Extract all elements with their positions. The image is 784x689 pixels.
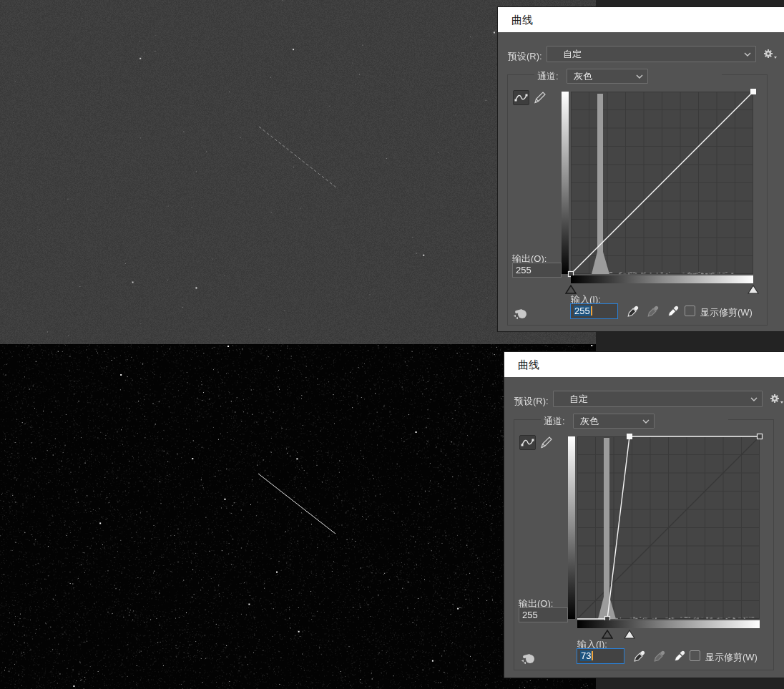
curve-icon [520, 436, 535, 449]
output-value: 255 [522, 610, 538, 620]
preset-label: 预设(R): [508, 50, 542, 63]
preset-dropdown[interactable]: 自定 [553, 391, 763, 407]
show-clipping-checkbox[interactable] [685, 306, 695, 316]
chevron-down-icon [744, 52, 751, 57]
eyedropper-icon [627, 305, 640, 319]
preset-value: 自定 [547, 47, 582, 62]
gray-point-eyedropper-button[interactable] [647, 305, 660, 319]
input-value: 73 [580, 650, 592, 661]
output-gradient-bar [562, 92, 569, 274]
gray-point-eyedropper-button[interactable] [653, 650, 667, 664]
input-gradient-bar [577, 620, 760, 628]
white-point-eyedropper-button[interactable] [667, 305, 680, 319]
edit-points-tool-button[interactable] [519, 435, 536, 450]
text-caret [591, 306, 592, 316]
dialog-title-bar[interactable]: 曲线 [498, 7, 784, 32]
channel-label: 通道: [544, 415, 565, 428]
channel-value: 灰色 [574, 414, 599, 428]
white-point-eyedropper-button[interactable] [673, 650, 687, 664]
curve-grid[interactable] [577, 436, 760, 619]
gear-icon [763, 48, 778, 61]
channel-row: 通道: 灰色 [541, 412, 728, 430]
curves-dialog-top: 曲线 预设(R): 自定 通道: 灰色 [498, 7, 784, 331]
black-point-eyedropper-button[interactable] [627, 305, 640, 319]
draw-curve-tool-button[interactable] [533, 90, 547, 105]
output-value: 255 [516, 265, 531, 275]
preset-options-button[interactable] [769, 393, 784, 406]
pencil-icon [533, 90, 547, 105]
show-clipping-checkbox[interactable] [690, 650, 700, 661]
hand-pointer-icon [520, 651, 537, 665]
targeted-adjustment-button[interactable] [520, 651, 537, 665]
input-value-box[interactable]: 255 [570, 303, 618, 319]
chevron-down-icon [642, 419, 650, 424]
channel-row: 通道: 灰色 [534, 67, 722, 85]
dialog-title-bar[interactable]: 曲线 [504, 352, 784, 377]
channel-dropdown[interactable]: 灰色 [573, 414, 655, 429]
white-input-slider[interactable] [748, 284, 759, 293]
gear-icon [769, 393, 784, 406]
input-value: 255 [574, 306, 591, 316]
curve-grid[interactable] [571, 92, 753, 274]
black-point-eyedropper-button[interactable] [633, 650, 647, 664]
white-slider-icon [624, 630, 635, 639]
targeted-adjustment-button[interactable] [512, 306, 529, 321]
chevron-down-icon [636, 74, 643, 79]
dialog-title: 曲线 [518, 358, 539, 371]
preset-value: 自定 [554, 391, 588, 406]
output-value-box[interactable]: 255 [519, 607, 568, 622]
black-input-slider[interactable] [602, 629, 613, 638]
preset-options-button[interactable] [763, 48, 778, 61]
input-gradient-bar [571, 275, 753, 283]
show-clipping-label: 显示修剪(W) [705, 651, 758, 664]
dialog-title: 曲线 [511, 14, 533, 26]
channel-value: 灰色 [567, 69, 592, 83]
eyedropper-icon [667, 305, 680, 319]
text-caret [592, 651, 593, 660]
chevron-down-icon [750, 396, 758, 402]
input-value-box[interactable]: 73 [577, 648, 624, 664]
eyedropper-icon [647, 305, 660, 319]
edit-points-tool-button[interactable] [513, 90, 529, 105]
white-input-slider[interactable] [624, 629, 635, 638]
output-gradient-bar [568, 436, 575, 619]
curve-icon [514, 91, 529, 104]
preset-label: 预设(R): [514, 395, 549, 408]
black-input-slider[interactable] [565, 284, 577, 293]
hand-pointer-icon [512, 306, 529, 321]
output-value-box[interactable]: 255 [512, 263, 562, 278]
photoshop-workspace: 曲线 预设(R): 自定 通道: 灰色 [0, 0, 784, 689]
white-slider-icon [748, 285, 759, 294]
eyedropper-icon [653, 650, 667, 664]
eyedropper-icon [673, 650, 687, 664]
channel-dropdown[interactable]: 灰色 [567, 69, 648, 84]
show-clipping-label: 显示修剪(W) [700, 306, 753, 319]
curves-dialog-bottom: 曲线 预设(R): 自定 通道: 灰色 [504, 352, 784, 678]
draw-curve-tool-button[interactable] [539, 435, 554, 450]
pencil-icon [539, 435, 554, 450]
eyedropper-icon [633, 650, 647, 664]
channel-label: 通道: [537, 70, 559, 83]
preset-dropdown[interactable]: 自定 [547, 46, 756, 62]
